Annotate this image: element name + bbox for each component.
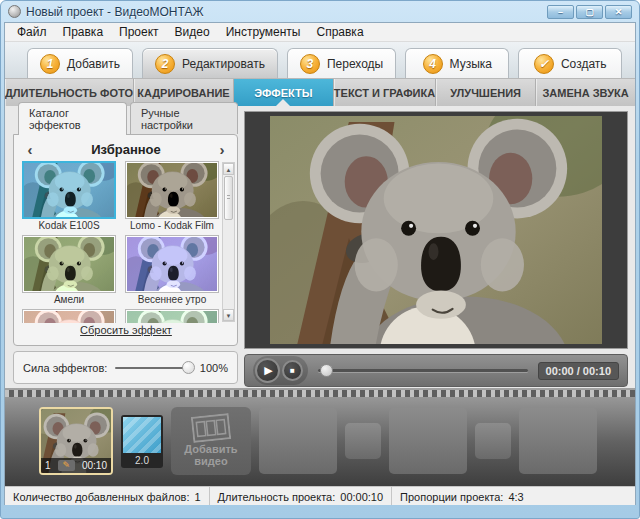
status-project-aspect: Пропорции проекта:4:3 [392,487,635,505]
filmstrip-perforation [5,390,635,397]
reset-effect-link[interactable]: Сбросить эффект [80,324,172,336]
playback-buttons: ▶ ■ [253,356,308,385]
subtab-3[interactable]: ЭФФЕКТЫ [234,79,334,106]
effect-name: Lomo - Kodak Film [125,219,219,232]
playback-bar: ▶ ■ 00:00 / 00:10 [244,354,628,387]
next-category-icon[interactable]: › [211,140,233,160]
step-tab-3[interactable]: 3Переходы [287,48,396,78]
reset-row: Сбросить эффект [19,323,233,344]
effect-thumb [125,309,219,323]
menu-item-file[interactable]: Файл [9,25,55,39]
stop-icon: ■ [290,366,295,375]
seek-slider[interactable] [318,369,528,372]
step-label: Редактировать [182,57,265,71]
add-video-label-2: видео [194,455,227,467]
menu-item-edit[interactable]: Правка [55,25,112,39]
effect-name: Kodak E100S [22,219,116,232]
scrollbar-thumb[interactable] [224,176,233,220]
empty-slot-large[interactable] [389,408,467,474]
empty-slot-small[interactable] [345,423,381,459]
menu-item-tools[interactable]: Инструменты [218,25,309,39]
timeline: 1 ✎ 00:10 2.0 [5,388,635,486]
close-button[interactable]: ✕ [605,5,632,19]
step-label: Переходы [327,57,383,71]
title-bar: Новый проект - ВидеоМОНТАЖ – ▢ ✕ [4,1,636,22]
transition-swatch [123,417,161,453]
pencil-icon: ✎ [62,461,70,470]
effect-tile[interactable] [125,309,219,323]
scrollbar-track[interactable] [223,221,234,309]
step-badge: 4 [423,54,443,74]
film-icon [191,413,232,443]
effects-panel-tabs: Каталог эффектовРучные настройки [13,111,238,134]
effect-thumb [125,235,219,293]
subtab-4[interactable]: ТЕКСТ И ГРАФИКА [334,79,436,106]
status-value: 00:00:10 [340,491,383,503]
stop-button[interactable]: ■ [282,360,303,381]
timeline-clip[interactable]: 1 ✎ 00:10 [39,407,113,475]
panel-tab-2[interactable]: Ручные настройки [130,102,238,134]
playback-time: 00:00 / 00:10 [538,362,619,380]
maximize-button[interactable]: ▢ [576,5,603,19]
effects-scrollbar[interactable]: ▲ ▼ [222,162,235,322]
steps-bar: 1Добавить2Редактировать3Переходы4Музыка✓… [5,42,635,78]
subtab-6[interactable]: ЗАМЕНА ЗВУКА [536,79,635,106]
preview-area [244,111,628,349]
edit-clip-button[interactable]: ✎ [58,460,75,471]
client-area: ФайлПравкаПроектВидеоИнструментыСправка … [4,22,636,505]
effect-name: Амели [22,293,116,306]
window-title: Новый проект - ВидеоМОНТАЖ [26,5,204,19]
strength-slider[interactable] [115,367,191,369]
empty-slot-large[interactable] [519,408,597,474]
strength-slider-handle[interactable] [182,361,195,374]
preview-image [270,116,602,344]
empty-slot-large[interactable] [259,408,337,474]
step-tab-2[interactable]: 2Редактировать [142,48,278,78]
effect-thumb [125,161,219,219]
status-label: Пропорции проекта: [400,491,503,503]
status-bar: Количество добавленных файлов:1Длительно… [5,486,635,505]
effect-tile[interactable]: Весеннее утро [125,235,219,306]
status-value: 1 [194,491,200,503]
effects-catalog: ‹ Избранное › Kodak E100SLomo - Kodak Fi… [13,134,238,346]
effect-thumb [22,235,116,293]
category-title: Избранное [41,142,211,157]
app-window: Новый проект - ВидеоМОНТАЖ – ▢ ✕ ФайлПра… [0,0,640,519]
seek-slider-handle[interactable] [320,364,333,377]
effect-name: Весеннее утро [125,293,219,306]
strength-value: 100% [200,362,228,374]
effect-tile[interactable]: Kodak E100S [22,161,116,232]
strength-box: Сила эффектов: 100% [13,351,238,384]
step-label: Создать [561,57,607,71]
play-icon: ▶ [264,364,272,377]
scrollbar-up-icon[interactable]: ▲ [223,163,234,175]
status-label: Длительность проекта: [218,491,336,503]
effect-tile[interactable] [22,309,116,323]
transition-tile[interactable]: 2.0 [121,415,163,468]
menu-item-video[interactable]: Видео [167,25,218,39]
prev-category-icon[interactable]: ‹ [19,140,41,160]
panel-tab-1[interactable]: Каталог эффектов [18,102,127,135]
effect-tile[interactable]: Lomo - Kodak Film [125,161,219,232]
step-tab-5[interactable]: ✓Создать [518,48,622,78]
timeline-track: 1 ✎ 00:10 2.0 [5,401,635,481]
subtab-5[interactable]: УЛУЧШЕНИЯ [436,79,536,106]
preview-column: ▶ ■ 00:00 / 00:10 [244,111,628,388]
play-button[interactable]: ▶ [255,358,280,383]
menu-item-project[interactable]: Проект [111,25,167,39]
effects-grid: Kodak E100SLomo - Kodak FilmАмелиВесенне… [22,161,222,323]
app-icon [8,5,21,18]
step-tab-1[interactable]: 1Добавить [27,48,133,78]
effect-thumb [22,161,116,219]
step-badge: 1 [40,54,60,74]
minimize-button[interactable]: – [547,5,574,19]
menu-item-help[interactable]: Справка [308,25,371,39]
step-tab-4[interactable]: 4Музыка [405,48,509,78]
effect-tile[interactable]: Амели [22,235,116,306]
scrollbar-down-icon[interactable]: ▼ [223,309,234,321]
effects-grid-viewport: Kodak E100SLomo - Kodak FilmАмелиВесенне… [19,161,233,323]
check-icon: ✓ [534,54,554,74]
add-video-button[interactable]: Добавить видео [171,407,251,475]
clip-duration: 00:10 [82,460,107,471]
empty-slot-small[interactable] [475,423,511,459]
